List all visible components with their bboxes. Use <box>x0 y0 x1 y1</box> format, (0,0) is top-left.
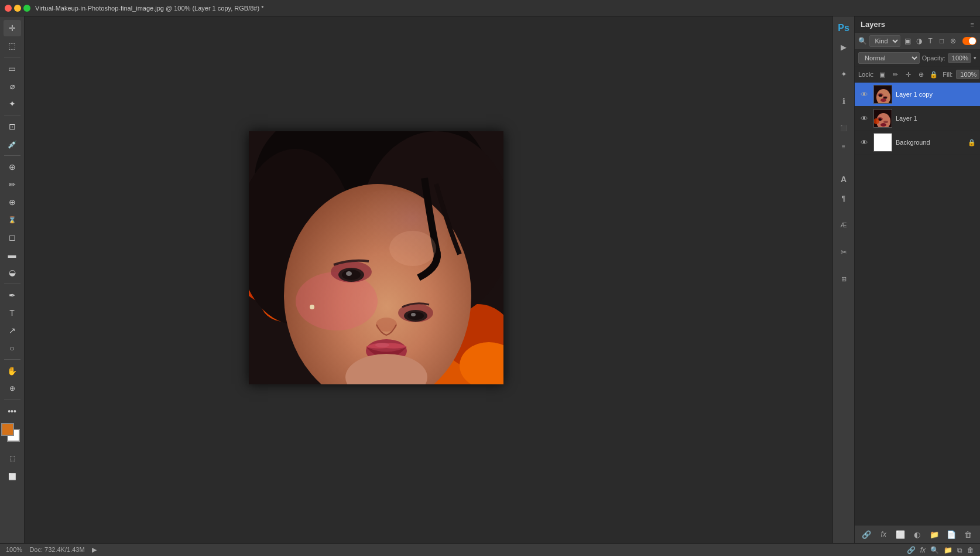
link-layers-button[interactable]: 🔗 <box>860 528 873 541</box>
opacity-arrow-icon[interactable]: ▾ <box>974 55 976 61</box>
lock-all-icon[interactable]: 🔒 <box>928 69 939 80</box>
play-button[interactable]: ▶ <box>835 39 852 55</box>
folder-status-icon[interactable]: 📁 <box>944 546 952 554</box>
path-select-icon: ↗ <box>9 326 16 335</box>
fill-value[interactable]: 100% <box>956 70 979 79</box>
layer-1-name: Layer 1 <box>896 115 967 122</box>
background-visibility[interactable]: 👁 <box>858 137 870 148</box>
fx-status-icon[interactable]: fx <box>920 546 926 554</box>
color-swatches[interactable] <box>1 423 23 445</box>
link-icon[interactable]: 🔗 <box>907 546 916 554</box>
type-panel-btn[interactable]: A <box>835 171 852 187</box>
grid-btn[interactable]: ⊞ <box>835 271 852 287</box>
blend-mode-select[interactable]: Normal <box>858 52 920 64</box>
filter-toggle[interactable] <box>962 37 976 45</box>
add-mask-icon: ⬜ <box>896 530 905 539</box>
fill-label: Fill: <box>943 71 952 78</box>
new-adjustment-button[interactable]: ◐ <box>911 528 924 541</box>
new-group-button[interactable]: 📁 <box>928 528 941 541</box>
eraser-icon: ◻ <box>9 233 16 242</box>
extra-tools[interactable]: ••• <box>4 403 21 419</box>
delete-layer-button[interactable]: 🗑 <box>961 528 974 541</box>
screen-mode-button[interactable]: ⬜ <box>4 468 21 485</box>
more-tools-icon: ••• <box>8 407 16 416</box>
delete-status-icon[interactable]: 🗑 <box>967 546 974 554</box>
layer-item-1-copy[interactable]: 👁 <box>855 83 980 107</box>
type-filter-icon[interactable]: T <box>926 36 934 46</box>
move-tool[interactable]: ✛ <box>4 20 21 36</box>
select-subject-icon: ⬛ <box>840 125 847 131</box>
foreground-color-swatch[interactable] <box>1 423 14 436</box>
zoom-tool[interactable]: ⊕ <box>4 380 21 397</box>
layers-collapse-icon[interactable]: ≡ <box>971 21 974 28</box>
left-toolbar: ✛ ⬚ ▭ ⌀ ✦ ⊡ 💉 ⊕ ✏ ⊕ ⌛ <box>0 16 25 543</box>
info-button[interactable]: ℹ <box>835 93 852 109</box>
pixel-filter-icon[interactable]: ▣ <box>903 36 912 46</box>
filter-kind-select[interactable]: Kind <box>869 35 900 47</box>
layer-1-copy-visibility[interactable]: 👁 <box>858 88 870 100</box>
copy-status-icon[interactable]: ⧉ <box>957 546 962 554</box>
layer-1-visibility[interactable]: 👁 <box>858 112 870 124</box>
quick-select-tool[interactable]: ✦ <box>4 95 21 112</box>
history-brush-tool[interactable]: ⌛ <box>4 212 21 228</box>
background-lock-icon: 🔒 <box>967 139 976 146</box>
lock-image-icon[interactable]: ✏ <box>890 69 900 80</box>
layer-item-background[interactable]: 👁 Background 🔒 <box>855 131 980 155</box>
portrait-image <box>249 131 503 384</box>
shape-filter-icon[interactable]: □ <box>937 36 946 46</box>
arrow-right-icon[interactable]: ▶ <box>92 546 97 553</box>
lasso-tool[interactable]: ⌀ <box>4 78 21 94</box>
doc-info: Doc: 732.4K/1.43M <box>29 546 84 553</box>
eyedropper-tool[interactable]: 💉 <box>4 136 21 152</box>
sparkle-button[interactable]: ✦ <box>835 66 852 82</box>
marquee-tool[interactable]: ▭ <box>4 60 21 77</box>
layer-item-1[interactable]: 👁 <box>855 107 980 131</box>
blur-tool[interactable]: ◒ <box>4 264 21 281</box>
lock-artboard-icon[interactable]: ⊕ <box>916 69 926 80</box>
new-layer-button[interactable]: 📄 <box>945 528 958 541</box>
screen-mode-icon: ⬜ <box>8 473 16 480</box>
search-status-icon[interactable]: 🔍 <box>930 546 939 554</box>
scissors-btn[interactable]: ✂ <box>835 244 852 260</box>
toolbar-separator-4 <box>4 284 20 284</box>
group-icon: 📁 <box>930 530 939 539</box>
close-button[interactable] <box>5 5 12 12</box>
lock-icons-group: ▣ ✏ ✛ ⊕ 🔒 <box>877 69 939 80</box>
minimize-button[interactable] <box>14 5 21 12</box>
pen-tool[interactable]: ✒ <box>4 287 21 303</box>
svg-point-16 <box>346 271 352 276</box>
eraser-tool[interactable]: ◻ <box>4 229 21 245</box>
opacity-value[interactable]: 100% <box>948 53 971 63</box>
artboard-tool[interactable]: ⬚ <box>4 37 21 54</box>
select-subject-btn[interactable]: ⬛ <box>835 120 852 136</box>
quick-mask-button[interactable]: ⬚ <box>4 450 21 466</box>
lock-pixels-icon[interactable]: ▣ <box>877 69 888 80</box>
layers-header: Layers ≡ <box>855 16 980 33</box>
glyph-btn[interactable]: Æ <box>835 217 852 233</box>
crop-tool[interactable]: ⊡ <box>4 118 21 135</box>
maximize-button[interactable] <box>23 5 30 12</box>
add-mask-button[interactable]: ⬜ <box>894 528 907 541</box>
brush-tool[interactable]: ✏ <box>4 176 21 193</box>
marquee-icon: ▭ <box>8 64 16 73</box>
gradient-tool[interactable]: ▬ <box>4 247 21 263</box>
hand-tool[interactable]: ✋ <box>4 363 21 379</box>
spot-heal-tool[interactable]: ⊕ <box>4 159 21 175</box>
shape-tool[interactable]: ○ <box>4 340 21 356</box>
path-select-tool[interactable]: ↗ <box>4 322 21 339</box>
ps-icon[interactable]: Ps <box>835 20 852 36</box>
search-icon[interactable]: 🔍 <box>858 36 867 46</box>
lock-position-icon[interactable]: ✛ <box>903 69 913 80</box>
clone-stamp-tool[interactable]: ⊕ <box>4 194 21 210</box>
type-icon: T <box>9 308 15 318</box>
layer-fx-button[interactable]: fx <box>877 528 890 541</box>
history-brush-icon: ⌛ <box>8 216 16 224</box>
context-bar-btn[interactable]: ≡ <box>835 138 852 155</box>
background-name: Background <box>896 139 967 146</box>
smart-filter-icon[interactable]: ⊗ <box>948 36 957 46</box>
glyph-icon: Æ <box>841 221 847 228</box>
svg-point-30 <box>879 94 882 97</box>
adjustment-filter-icon[interactable]: ◑ <box>914 36 923 46</box>
type-tool[interactable]: T <box>4 305 21 321</box>
paragraph-btn[interactable]: ¶ <box>835 190 852 206</box>
